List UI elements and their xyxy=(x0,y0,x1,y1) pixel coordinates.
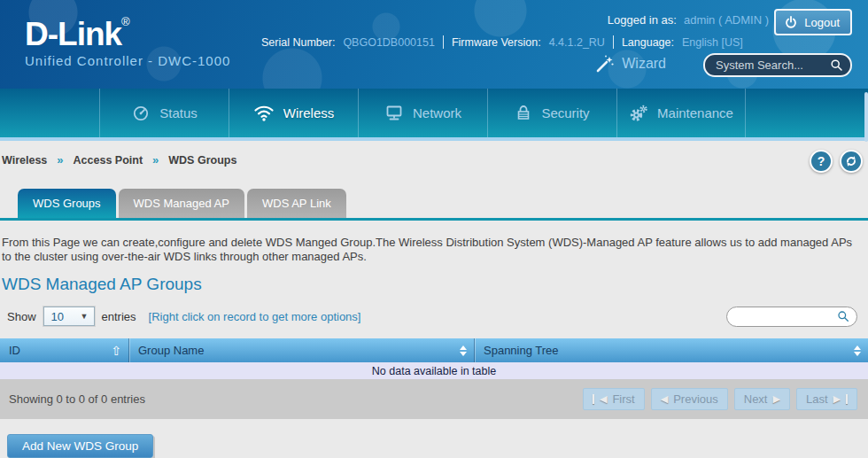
left-arrow-icon: ◀ xyxy=(661,393,668,405)
table-search-box xyxy=(726,307,857,327)
add-new-wds-group-button[interactable]: Add New WDS Group xyxy=(7,434,153,458)
breadcrumb-separator: » xyxy=(57,153,63,167)
refresh-icon xyxy=(845,155,857,167)
monitor-icon xyxy=(384,105,404,121)
table-controls: Show 10 ▼ entries [Right click on record… xyxy=(0,306,868,327)
previous-page-button[interactable]: ◀ Previous xyxy=(651,388,728,410)
main-content: From this Page we can create,configure a… xyxy=(0,221,868,458)
firmware-label: Firmware Version: xyxy=(452,36,541,49)
logout-button[interactable]: Logout xyxy=(774,9,852,35)
login-status: Logged in as: admin ( ADMIN ) xyxy=(608,13,769,27)
dlink-logo: D-Link® Unified Controller - DWC-1000 xyxy=(25,5,230,68)
entries-label: entries xyxy=(102,310,136,323)
breadcrumb-row: Wireless » Access Point » WDS Groups ? xyxy=(0,141,868,189)
nav-item-status[interactable]: Status xyxy=(99,89,229,137)
language-value[interactable]: English [US] xyxy=(682,36,743,49)
breadcrumb-separator: » xyxy=(152,153,159,167)
next-page-button[interactable]: Next ▶ xyxy=(734,388,790,410)
breadcrumb-item-access-point[interactable]: Access Point xyxy=(74,154,143,167)
sort-both-icon xyxy=(460,345,467,356)
nav-item-network[interactable]: Network xyxy=(358,89,487,137)
sort-both-icon xyxy=(854,345,861,356)
left-arrow-icon: ◀ xyxy=(600,393,607,405)
dwc1000-admin-page: D-Link® Unified Controller - DWC-1000 Se… xyxy=(0,0,868,458)
page-description: From this Page we can create,configure a… xyxy=(0,236,868,263)
nav-item-maintenance[interactable]: Maintenance xyxy=(616,89,746,137)
refresh-button[interactable] xyxy=(840,150,863,173)
search-icon[interactable] xyxy=(830,58,843,72)
tabs: WDS Groups WDS Managed AP WDS AP Link xyxy=(18,189,346,218)
breadcrumb-item-wds-groups[interactable]: WDS Groups xyxy=(168,154,236,167)
nav-item-wireless[interactable]: Wireless xyxy=(229,89,358,137)
wizard-button[interactable]: Wizard xyxy=(595,54,666,74)
logo-text: D-Link® xyxy=(25,5,230,51)
device-info-row: Serial Number: QBGO1DB000151 Firmware Ve… xyxy=(261,35,743,49)
product-subtitle: Unified Controller - DWC-1000 xyxy=(25,53,230,68)
first-bar-icon xyxy=(593,394,594,404)
divider xyxy=(443,35,444,49)
entries-summary: Showing 0 to 0 of 0 entries xyxy=(9,392,145,406)
empty-table-message: No data available in table xyxy=(0,362,868,379)
scrollbar-thumb[interactable] xyxy=(864,92,868,142)
entries-per-page-select[interactable]: 10 ▼ xyxy=(43,307,95,326)
tab-wds-managed-ap[interactable]: WDS Managed AP xyxy=(119,189,244,218)
chevron-down-icon: ▼ xyxy=(81,312,89,321)
wizard-label: Wizard xyxy=(622,56,666,72)
gauge-icon xyxy=(131,105,151,121)
firmware-value: 4.4.1.2_RU xyxy=(549,36,605,49)
table-footer: Showing 0 to 0 of 0 entries ◀ First ◀ Pr… xyxy=(0,379,868,419)
last-bar-icon xyxy=(846,394,848,404)
page-action-buttons: ? xyxy=(810,150,863,173)
gears-icon xyxy=(629,105,648,122)
language-label: Language: xyxy=(622,36,674,49)
column-header-id[interactable]: ID ⇧ xyxy=(0,338,128,362)
registered-mark: ® xyxy=(121,15,130,28)
power-icon xyxy=(784,15,798,29)
entries-per-page-value: 10 xyxy=(51,310,64,323)
serial-value: QBGO1DB000151 xyxy=(343,36,435,49)
wds-groups-table: ID ⇧ Group Name Spanning Tree No data av… xyxy=(0,338,868,379)
nav-item-security[interactable]: Security xyxy=(487,89,616,137)
right-arrow-icon: ▶ xyxy=(833,393,841,405)
table-search-input[interactable] xyxy=(738,310,837,322)
table-header: ID ⇧ Group Name Spanning Tree xyxy=(0,338,868,362)
wifi-icon xyxy=(253,105,275,121)
magic-wand-icon xyxy=(595,54,615,74)
sort-ascending-icon: ⇧ xyxy=(111,345,121,357)
divider xyxy=(613,35,614,49)
column-header-group-name[interactable]: Group Name xyxy=(128,338,474,362)
logout-label: Logout xyxy=(804,16,840,29)
search-icon[interactable] xyxy=(837,310,849,322)
system-search-box xyxy=(703,53,852,77)
section-title: WDS Managed AP Groups xyxy=(0,275,868,294)
show-label: Show xyxy=(7,310,36,323)
right-click-hint: [Right click on record to get more optio… xyxy=(149,310,361,323)
last-page-button[interactable]: Last ▶ xyxy=(796,388,857,410)
breadcrumb-item-wireless[interactable]: Wireless xyxy=(2,154,47,167)
column-header-spanning-tree[interactable]: Spanning Tree xyxy=(474,338,868,362)
tab-wds-ap-link[interactable]: WDS AP Link xyxy=(247,189,346,218)
system-search-input[interactable] xyxy=(716,58,830,72)
help-button[interactable]: ? xyxy=(810,150,833,173)
logged-in-label: Logged in as: xyxy=(608,13,677,27)
question-mark-icon: ? xyxy=(818,154,825,168)
header: D-Link® Unified Controller - DWC-1000 Se… xyxy=(0,0,868,89)
first-page-button[interactable]: ◀ First xyxy=(583,388,645,410)
main-nav: Status Wireless Network Security xyxy=(0,89,868,137)
logged-in-user: admin ( ADMIN ) xyxy=(684,13,769,27)
right-arrow-icon: ▶ xyxy=(772,393,779,405)
lock-icon xyxy=(515,105,532,121)
serial-label: Serial Number: xyxy=(261,36,335,49)
breadcrumb: Wireless » Access Point » WDS Groups xyxy=(2,153,236,167)
pagination: ◀ First ◀ Previous Next ▶ Last ▶ xyxy=(583,388,857,410)
tab-wds-groups[interactable]: WDS Groups xyxy=(18,189,116,218)
